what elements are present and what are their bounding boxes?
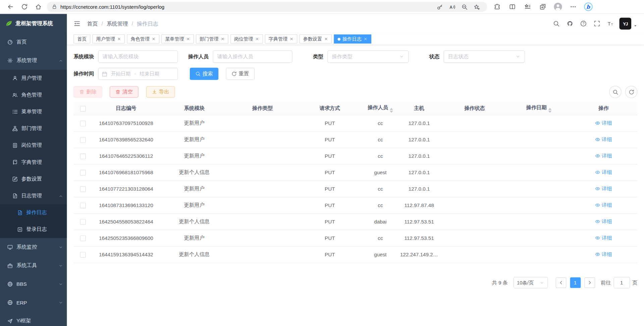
detail-link[interactable]: 详细: [595, 169, 612, 176]
row-checkbox[interactable]: [80, 235, 86, 241]
module-input[interactable]: [98, 51, 178, 63]
sidebar-item-system-tools[interactable]: 系统工具: [0, 256, 67, 275]
detail-link[interactable]: 详细: [595, 152, 612, 159]
collections-icon[interactable]: [536, 1, 549, 13]
sidebar-item-erp[interactable]: ERP: [0, 294, 67, 312]
detail-link[interactable]: 详细: [595, 235, 612, 242]
row-checkbox[interactable]: [80, 170, 86, 175]
url-text[interactable]: https://ccnetcore.com:1101/system/log/op…: [60, 4, 431, 10]
globe-icon: [7, 281, 13, 287]
extensions-icon[interactable]: [490, 1, 503, 13]
sidebar-item-role-management[interactable]: 角色管理: [0, 86, 67, 103]
github-icon[interactable]: [565, 17, 575, 30]
fullscreen-icon[interactable]: [592, 17, 601, 30]
refresh-icon[interactable]: [18, 1, 31, 12]
more-icon[interactable]: [567, 1, 580, 13]
sidebar-item-post-management[interactable]: 岗位管理: [0, 137, 67, 154]
sort-icon[interactable]: [548, 108, 552, 113]
tab-post-management[interactable]: 岗位管理: [230, 35, 263, 44]
sidebar-item-dict-management[interactable]: 字典管理: [0, 154, 67, 171]
tab-close-icon[interactable]: [186, 37, 190, 41]
home-icon[interactable]: [32, 1, 45, 12]
lock-icon[interactable]: [52, 4, 57, 9]
tab-user-management[interactable]: 用户管理: [93, 35, 125, 44]
delete-button[interactable]: 删除: [73, 86, 102, 97]
goto-page-input[interactable]: [613, 277, 630, 288]
sidebar-item-system-monitor[interactable]: 系统监控: [0, 238, 67, 256]
back-icon[interactable]: [4, 1, 16, 12]
prev-page-button[interactable]: [555, 277, 566, 288]
profile-avatar[interactable]: [551, 1, 564, 13]
tab-close-icon[interactable]: [289, 37, 293, 41]
font-size-icon[interactable]: TT: [605, 17, 615, 30]
tab-department-management[interactable]: 部门管理: [196, 35, 228, 44]
tab-dict-management[interactable]: 字典管理: [265, 35, 298, 44]
favorites-bar-icon[interactable]: [521, 1, 534, 13]
sidebar-item-department-management[interactable]: 部门管理: [0, 120, 67, 137]
sidebar-item-system-management[interactable]: 系统管理: [0, 51, 67, 70]
tab-param-settings[interactable]: 参数设置: [300, 35, 332, 44]
breadcrumb-item[interactable]: 首页: [87, 20, 98, 27]
row-checkbox[interactable]: [80, 219, 86, 224]
export-button[interactable]: 导出: [146, 86, 175, 97]
current-page-button[interactable]: 1: [570, 277, 581, 288]
tab-close-icon[interactable]: [324, 37, 328, 41]
row-checkbox[interactable]: [80, 202, 86, 208]
favorite-star-icon[interactable]: [472, 2, 482, 11]
sidebar-item-operation-log[interactable]: 操作日志: [0, 204, 67, 221]
tab-close-icon[interactable]: [221, 37, 225, 41]
key-icon[interactable]: [435, 2, 445, 11]
sidebar-item-bbs[interactable]: BBS: [0, 275, 67, 293]
tab-close-icon[interactable]: [255, 37, 259, 41]
tab-close-icon[interactable]: [364, 37, 368, 41]
caret-down-icon[interactable]: [633, 23, 637, 27]
user-avatar[interactable]: YJ: [620, 18, 632, 30]
next-page-button[interactable]: [584, 277, 595, 288]
read-aloud-icon[interactable]: A: [447, 2, 458, 11]
sidebar-item-user-management[interactable]: 用户管理: [0, 70, 67, 86]
table-refresh-button[interactable]: [625, 86, 638, 98]
row-checkbox[interactable]: [80, 186, 86, 192]
tab-menu-management[interactable]: 菜单管理: [161, 35, 194, 44]
detail-link[interactable]: 详细: [595, 136, 612, 143]
bing-icon[interactable]: b: [582, 1, 595, 13]
search-button[interactable]: 搜索: [190, 68, 219, 80]
reset-button[interactable]: 重置: [226, 68, 255, 80]
sidebar-item-home[interactable]: 首页: [0, 33, 67, 51]
detail-link[interactable]: 详细: [595, 251, 612, 258]
sidebar-item-menu-management[interactable]: 菜单管理: [0, 104, 67, 120]
sort-icon[interactable]: [390, 108, 393, 113]
detail-link[interactable]: 详细: [595, 202, 612, 209]
sidebar-item-log-management[interactable]: 日志管理: [0, 188, 67, 204]
clear-button[interactable]: 清空: [110, 86, 139, 97]
date-range-picker[interactable]: 开始日期 - 结束日期: [98, 68, 178, 80]
status-select[interactable]: 日志状态: [443, 51, 525, 63]
sidebar-item-yi-framework[interactable]: Yi框架: [0, 312, 67, 326]
search-icon[interactable]: [551, 17, 561, 30]
tab-close-icon[interactable]: [117, 37, 121, 41]
operator-input[interactable]: [213, 51, 292, 63]
table-search-button[interactable]: [609, 86, 622, 98]
page-size-select[interactable]: 10条/页: [513, 277, 548, 288]
sidebar-item-login-log[interactable]: 登录日志: [0, 221, 67, 238]
row-checkbox[interactable]: [80, 137, 86, 142]
row-checkbox[interactable]: [80, 120, 86, 126]
tab-home[interactable]: 首页: [73, 35, 90, 44]
detail-link[interactable]: 详细: [595, 218, 612, 225]
hamburger-icon[interactable]: [73, 20, 80, 27]
detail-link[interactable]: 详细: [595, 185, 612, 192]
detail-link[interactable]: 详细: [595, 120, 612, 127]
select-all-checkbox[interactable]: [80, 106, 86, 111]
tab-close-icon[interactable]: [152, 37, 156, 41]
split-screen-icon[interactable]: [505, 1, 519, 13]
row-checkbox[interactable]: [80, 153, 86, 159]
type-select[interactable]: 操作类型: [327, 51, 409, 63]
zoom-out-icon[interactable]: [459, 2, 470, 11]
breadcrumb-item[interactable]: 系统管理: [107, 20, 128, 27]
row-checkbox[interactable]: [80, 252, 86, 257]
tab-operation-log[interactable]: 操作日志: [334, 35, 371, 44]
address-bar[interactable]: https://ccnetcore.com:1101/system/log/op…: [47, 2, 487, 12]
help-icon[interactable]: ?: [578, 17, 588, 30]
tab-role-management[interactable]: 角色管理: [127, 35, 159, 44]
sidebar-item-param-settings[interactable]: 参数设置: [0, 171, 67, 187]
